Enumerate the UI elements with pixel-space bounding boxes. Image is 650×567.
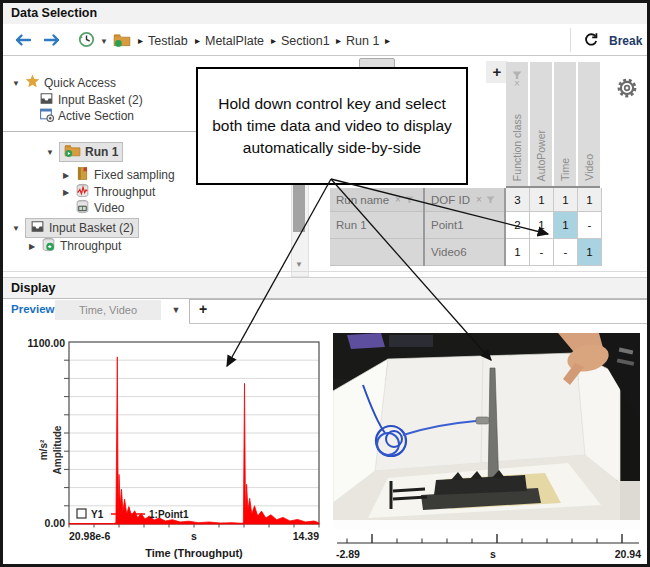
count-cell: 3 [506,188,530,212]
section-divider [3,271,647,272]
clear-filter-icon[interactable]: × [476,194,482,205]
tree-scrollbar[interactable]: ▼ [291,177,309,277]
add-column-button[interactable]: + [486,61,508,83]
throughput-export-icon [41,237,56,255]
count-cell: 1 [554,188,578,212]
breadcrumb-separator: ▸ [271,35,276,46]
header-run-name[interactable]: Run name × [330,188,423,212]
navigation-toolbar: ▼ ▸ Testlab ▸ MetalPlate ▸ Section1 ▸ Ru… [3,24,647,56]
value-cell[interactable]: 2 [506,212,530,239]
box-back-wall [375,353,585,471]
tree-item-label: Throughput [94,185,155,199]
row-name-cell[interactable] [330,239,423,266]
video-time-axis: -2.89 s 20.94 [333,532,645,567]
tree-item-label: Throughput [60,239,121,253]
expander-right-icon[interactable]: ▶ [61,188,71,197]
clear-filter-icon[interactable]: × [395,194,401,205]
filter-funnel-icon[interactable] [405,194,414,206]
tree-item-label: Run 1 [85,145,118,159]
scrollbar-down-icon[interactable]: ▼ [295,260,303,269]
value-cell[interactable]: - [530,239,554,266]
tree-item-label: Video [94,201,124,215]
page-title: Data Selection [11,6,97,20]
axis-unit-label: s [490,548,496,560]
value-cell[interactable]: - [578,212,602,239]
header-dof-id[interactable]: DOF ID × [425,188,504,212]
add-display-tab-button[interactable]: + [199,301,207,317]
tree-item-input-basket-2[interactable]: ▼ Input Basket (2) [11,218,139,238]
tree-item-label: Active Section [58,109,134,123]
expander-down-icon[interactable]: ▼ [11,224,21,233]
x-axis-title: Time (Throughput) [145,547,243,559]
value-cell[interactable]: 1 [506,239,530,266]
star-icon [25,74,40,92]
tree-item-fixed-sampling[interactable]: ▶ Fixed sampling [61,166,175,184]
back-arrow-icon [17,36,30,45]
column-header-video[interactable]: Video [578,62,600,186]
expander-down-icon[interactable]: ▼ [11,79,21,88]
history-button[interactable] [77,30,96,53]
row-name-cell[interactable]: Run 1 [330,212,423,239]
row-dof-cell[interactable]: Video6 [425,239,504,266]
breadcrumb-item-section1[interactable]: Section1 [281,34,330,48]
refresh-button[interactable] [583,32,599,52]
fixed-sampling-icon [75,166,90,184]
forward-arrow-icon [45,36,58,45]
x-start-label: 20.98e-6 [69,530,111,542]
table-settings-gear-icon[interactable] [615,76,639,104]
tree-selection-highlight[interactable]: Input Basket (2) [25,218,139,238]
expander-right-icon[interactable]: ▶ [61,171,71,180]
forward-button[interactable] [43,33,62,51]
toolbar-divider [570,28,571,52]
row-dof-cell[interactable]: Point1 [425,212,504,239]
tree-selection-highlight[interactable]: Run 1 [59,142,123,162]
breadcrumb-separator: ▸ [336,35,341,46]
column-header-autopower[interactable]: AutoPower [530,62,552,186]
time-chart-panel[interactable]: 1100.00 0.00 m/s² Amplitude Y1 1:Point1 … [13,330,327,567]
annotation-callout: Hold down control key and select both ti… [196,67,468,185]
callout-text: Hold down control key and select both ti… [204,93,460,158]
legend-checkbox [77,509,86,518]
tab-dropdown-icon[interactable]: ▼ [171,305,181,315]
tree-item-run1[interactable]: ▼ Run 1 [45,142,123,162]
tree-item-label: Input Basket (2) [58,93,143,107]
column-header-function-class[interactable]: × Function class [506,62,528,186]
history-dropdown-icon[interactable]: ▼ [99,37,109,46]
run-folder-icon [64,143,81,161]
filter-funnel-icon[interactable] [486,194,495,206]
scrollbar-thumb[interactable] [293,180,305,232]
header-label: Run name [336,194,389,206]
column-label: Time [559,158,571,181]
axis-max-label: 20.94 [615,548,641,560]
value-cell[interactable]: - [554,239,578,266]
column-header-time[interactable]: Time [554,62,576,186]
breadcrumb-item-metalplate[interactable]: MetalPlate [205,34,264,48]
clear-filter-icon[interactable]: × [514,78,520,89]
legend-series-label: 1:Point1 [149,509,189,520]
tree-item-active-section[interactable]: Active Section [39,107,134,125]
video-frame[interactable] [333,333,640,533]
video-dataset-icon [75,199,90,217]
tree-item-video[interactable]: Video [75,199,124,217]
tab-time-video[interactable]: Time, Video [55,300,161,320]
count-cell: 1 [578,188,602,212]
expander-down-icon[interactable]: ▼ [45,148,55,157]
y-max-label: 1100.00 [28,337,66,349]
value-cell-selected[interactable]: 1 [578,239,602,266]
breadcrumb-item-testlab[interactable]: Testlab [148,34,188,48]
column-label: AutoPower [535,130,547,181]
expander-right-icon[interactable]: ▶ [27,242,37,251]
x-end-label: 14.39 [293,530,319,542]
value-cell-selected[interactable]: 1 [554,212,578,239]
tree-item-quick-access[interactable]: ▼ Quick Access [11,74,116,92]
breadcrumb-separator: ▸ [385,35,390,46]
tree-item-throughput-basket[interactable]: ▶ Throughput [27,237,121,255]
breadcrumb-item-run1[interactable]: Run 1 [346,34,379,48]
current-folder-icon[interactable] [113,32,131,52]
value-cell[interactable]: 1 [530,212,554,239]
tab-preview[interactable]: Preview [11,303,54,315]
break-button[interactable]: Break [609,34,642,48]
back-button[interactable] [13,33,32,51]
header-label: DOF ID [431,194,470,206]
column-label: Video [583,154,595,181]
